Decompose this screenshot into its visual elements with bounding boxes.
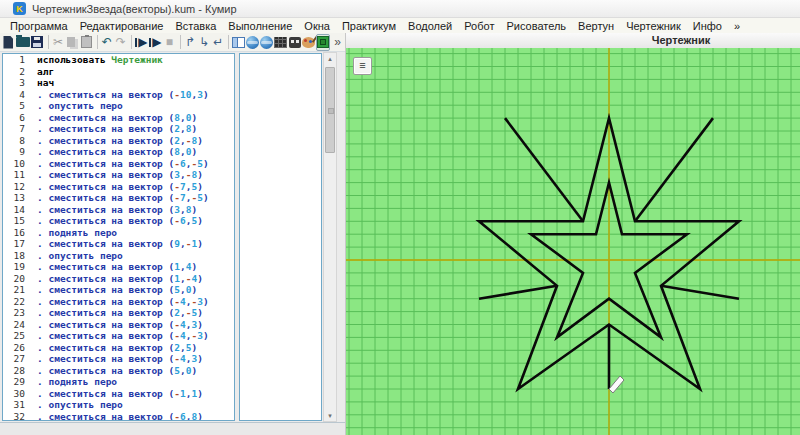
code-line[interactable]: 31. опустить перо bbox=[3, 399, 234, 411]
copy-icon[interactable] bbox=[66, 34, 79, 51]
line-code: . сместиться на вектор (-7,-5) bbox=[37, 192, 234, 204]
code-line[interactable]: 29. поднять перо bbox=[3, 376, 234, 388]
code-line[interactable]: 23. сместиться на вектор (2,-5) bbox=[3, 307, 234, 319]
code-line[interactable]: 16. поднять перо bbox=[3, 227, 234, 239]
toolbar-separator bbox=[228, 35, 229, 49]
code-editor[interactable]: 1использовать Чертежник2алг3нач4. смести… bbox=[2, 53, 235, 421]
code-line[interactable]: 3нач bbox=[3, 77, 234, 89]
code-line[interactable]: 1использовать Чертежник bbox=[3, 54, 234, 66]
code-line[interactable]: 2алг bbox=[3, 66, 234, 78]
line-code: . сместиться на вектор (-6,5) bbox=[37, 215, 234, 227]
robot-field-icon[interactable] bbox=[274, 34, 287, 51]
redo-icon[interactable]: ↷ bbox=[114, 34, 127, 51]
menu-item-Робот[interactable]: Робот bbox=[458, 20, 500, 32]
window-titlebar: K ЧертежникЗвезда(векторы).kum - Кумир bbox=[0, 0, 800, 18]
line-number: 25 bbox=[3, 330, 31, 342]
new-file-icon[interactable] bbox=[2, 34, 15, 51]
line-code: . сместиться на вектор (2,-8) bbox=[37, 135, 234, 147]
menu-item-Чертежник[interactable]: Чертежник bbox=[620, 20, 687, 32]
canvas-menu-button[interactable]: ≡ bbox=[353, 57, 372, 75]
line-number: 7 bbox=[3, 123, 31, 135]
menu-item-Практикум[interactable]: Практикум bbox=[336, 20, 402, 32]
editor-margin-pane bbox=[239, 53, 322, 421]
menu-item-Вставка[interactable]: Вставка bbox=[169, 20, 222, 32]
scroll-up-icon[interactable]: ▴ bbox=[324, 53, 336, 64]
console-strip bbox=[0, 422, 345, 435]
paste-icon[interactable] bbox=[80, 34, 93, 51]
run-icon[interactable]: ▶ bbox=[149, 34, 162, 51]
window-pane-icon[interactable] bbox=[232, 34, 245, 51]
line-code: использовать Чертежник bbox=[37, 54, 234, 66]
code-line[interactable]: 18. опустить перо bbox=[3, 250, 234, 262]
globe-web-icon[interactable] bbox=[260, 34, 273, 51]
code-line[interactable]: 27. сместиться на вектор (-4,3) bbox=[3, 353, 234, 365]
code-line[interactable]: 12. сместиться на вектор (-7,5) bbox=[3, 181, 234, 193]
robot-icon[interactable] bbox=[288, 34, 301, 51]
line-code: . сместиться на вектор (-4,3) bbox=[37, 319, 234, 331]
step-into-icon[interactable]: ↳ bbox=[198, 34, 211, 51]
menu-item-Окна[interactable]: Окна bbox=[298, 20, 336, 32]
line-number: 30 bbox=[3, 388, 31, 400]
code-line[interactable]: 4. сместиться на вектор (-10,3) bbox=[3, 89, 234, 101]
code-line[interactable]: 11. сместиться на вектор (3,-8) bbox=[3, 169, 234, 181]
run-step-icon[interactable]: ▶ bbox=[135, 34, 148, 51]
menu-item-Редактирование[interactable]: Редактирование bbox=[74, 20, 170, 32]
code-line[interactable]: 8. сместиться на вектор (2,-8) bbox=[3, 135, 234, 147]
drawer-icon[interactable] bbox=[316, 34, 330, 51]
open-folder-icon[interactable] bbox=[16, 34, 30, 51]
code-line[interactable]: 10. сместиться на вектор (-6,-5) bbox=[3, 158, 234, 170]
drawer-canvas[interactable]: ≡ bbox=[346, 48, 800, 435]
painter-icon[interactable] bbox=[302, 34, 315, 51]
save-icon[interactable] bbox=[31, 34, 44, 51]
code-line[interactable]: 13. сместиться на вектор (-7,-5) bbox=[3, 192, 234, 204]
code-line[interactable]: 20. сместиться на вектор (1,-4) bbox=[3, 273, 234, 285]
code-line[interactable]: 28. сместиться на вектор (5,0) bbox=[3, 365, 234, 377]
line-code: нач bbox=[37, 77, 234, 89]
code-line[interactable]: 26. сместиться на вектор (2,5) bbox=[3, 342, 234, 354]
line-code: . сместиться на вектор (1,-4) bbox=[37, 273, 234, 285]
code-line[interactable]: 6. сместиться на вектор (8,0) bbox=[3, 112, 234, 124]
scroll-down-icon[interactable]: ▾ bbox=[324, 410, 336, 421]
line-number: 18 bbox=[3, 250, 31, 262]
menu-item-»[interactable]: » bbox=[728, 20, 746, 32]
code-line[interactable]: 17. сместиться на вектор (9,-1) bbox=[3, 238, 234, 250]
globe-courses-icon[interactable] bbox=[246, 34, 259, 51]
overflow-icon[interactable]: » bbox=[331, 34, 344, 51]
editor-scrollbar[interactable]: ▴ ▾ bbox=[323, 52, 337, 422]
step-over-icon[interactable]: ↱ bbox=[184, 34, 197, 51]
code-line[interactable]: 21. сместиться на вектор (5,0) bbox=[3, 284, 234, 296]
line-code: . сместиться на вектор (-4,-3) bbox=[37, 330, 234, 342]
line-code: . сместиться на вектор (-4,3) bbox=[37, 353, 234, 365]
menu-item-Вертун[interactable]: Вертун bbox=[572, 20, 620, 32]
line-code: . сместиться на вектор (2,8) bbox=[37, 123, 234, 135]
line-number: 11 bbox=[3, 169, 31, 181]
code-line[interactable]: 25. сместиться на вектор (-4,-3) bbox=[3, 330, 234, 342]
code-line[interactable]: 32. сместиться на вектор (-6,8) bbox=[3, 411, 234, 422]
drawer-field-svg bbox=[346, 48, 800, 435]
scrollbar-thumb[interactable] bbox=[325, 67, 335, 153]
menu-item-Программа[interactable]: Программа bbox=[4, 20, 74, 32]
stop-icon[interactable]: ■ bbox=[163, 34, 176, 51]
undo-icon[interactable]: ↶ bbox=[100, 34, 113, 51]
code-line[interactable]: 22. сместиться на вектор (-4,-3) bbox=[3, 296, 234, 308]
code-line[interactable]: 7. сместиться на вектор (2,8) bbox=[3, 123, 234, 135]
code-line[interactable]: 9. сместиться на вектор (8,0) bbox=[3, 146, 234, 158]
code-line[interactable]: 24. сместиться на вектор (-4,3) bbox=[3, 319, 234, 331]
line-code: . сместиться на вектор (2,-5) bbox=[37, 307, 234, 319]
menu-item-Выполнение[interactable]: Выполнение bbox=[222, 20, 298, 32]
code-line[interactable]: 30. сместиться на вектор (-1,1) bbox=[3, 388, 234, 400]
line-code: . сместиться на вектор (8,0) bbox=[37, 146, 234, 158]
menu-item-Водолей[interactable]: Водолей bbox=[402, 20, 458, 32]
menu-item-Инфо[interactable]: Инфо bbox=[687, 20, 728, 32]
menu-item-Рисователь[interactable]: Рисователь bbox=[500, 20, 572, 32]
code-line[interactable]: 19. сместиться на вектор (1,4) bbox=[3, 261, 234, 273]
line-number: 27 bbox=[3, 353, 31, 365]
code-line[interactable]: 15. сместиться на вектор (-6,5) bbox=[3, 215, 234, 227]
step-out-icon[interactable]: ↵ bbox=[212, 34, 225, 51]
code-line[interactable]: 14. сместиться на вектор (3,8) bbox=[3, 204, 234, 216]
line-code: . поднять перо bbox=[37, 376, 234, 388]
code-line[interactable]: 5. опустить перо bbox=[3, 100, 234, 112]
cut-icon[interactable]: ✂ bbox=[52, 34, 65, 51]
line-code: . сместиться на вектор (-4,-3) bbox=[37, 296, 234, 308]
line-number: 3 bbox=[3, 77, 31, 89]
